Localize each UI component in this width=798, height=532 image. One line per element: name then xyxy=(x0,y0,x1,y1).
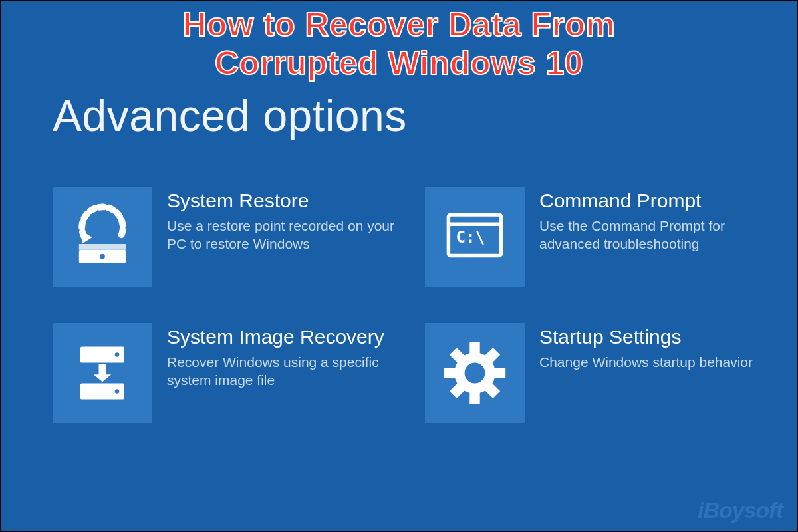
option-system-image-recovery[interactable]: System Image Recovery Recover Windows us… xyxy=(53,323,425,453)
svg-rect-11 xyxy=(99,364,106,376)
gear-icon xyxy=(425,323,525,423)
article-title-overlay: How to Recover Data From Corrupted Windo… xyxy=(1,6,797,82)
option-desc: Use a restore point recorded on your PC … xyxy=(167,217,406,253)
option-title: Command Prompt xyxy=(539,190,779,213)
option-system-restore[interactable]: System Restore Use a restore point recor… xyxy=(53,187,425,297)
option-desc: Recover Windows using a specific system … xyxy=(167,353,406,390)
option-desc: Change Windows startup behavior xyxy=(539,353,753,371)
svg-rect-20 xyxy=(444,368,456,378)
svg-point-2 xyxy=(100,254,105,259)
svg-point-8 xyxy=(115,352,120,357)
svg-rect-18 xyxy=(469,392,479,404)
option-text: System Image Recovery Recover Windows us… xyxy=(167,323,406,389)
option-title: System Image Recovery xyxy=(167,326,406,349)
option-title: Startup Settings xyxy=(539,326,753,349)
options-grid: System Restore Use a restore point recor… xyxy=(53,187,791,453)
svg-text:C:\: C:\ xyxy=(456,228,485,247)
svg-point-23 xyxy=(465,363,485,384)
svg-marker-12 xyxy=(94,374,111,382)
command-prompt-icon: C:\ xyxy=(425,187,525,287)
overlay-line1: How to Recover Data From xyxy=(182,6,615,43)
overlay-line2: Corrupted Windows 10 xyxy=(215,45,583,82)
option-title: System Restore xyxy=(167,190,406,213)
option-text: Command Prompt Use the Command Prompt fo… xyxy=(539,187,779,253)
svg-point-10 xyxy=(115,389,120,394)
watermark-text: iBoysoft xyxy=(698,497,783,523)
watermark-logo: iBoysoft xyxy=(698,497,783,523)
option-command-prompt[interactable]: C:\ Command Prompt Use the Command Promp… xyxy=(425,187,797,297)
svg-rect-1 xyxy=(79,244,126,250)
system-image-recovery-icon xyxy=(53,323,152,423)
option-startup-settings[interactable]: Startup Settings Change Windows startup … xyxy=(425,323,797,453)
page-title: Advanced options xyxy=(53,90,407,141)
svg-marker-3 xyxy=(82,231,92,244)
option-desc: Use the Command Prompt for advanced trou… xyxy=(539,217,779,253)
svg-rect-14 xyxy=(469,342,479,354)
svg-rect-16 xyxy=(494,368,506,378)
option-text: Startup Settings Change Windows startup … xyxy=(539,323,753,371)
option-text: System Restore Use a restore point recor… xyxy=(167,187,406,253)
system-restore-icon xyxy=(53,187,152,287)
